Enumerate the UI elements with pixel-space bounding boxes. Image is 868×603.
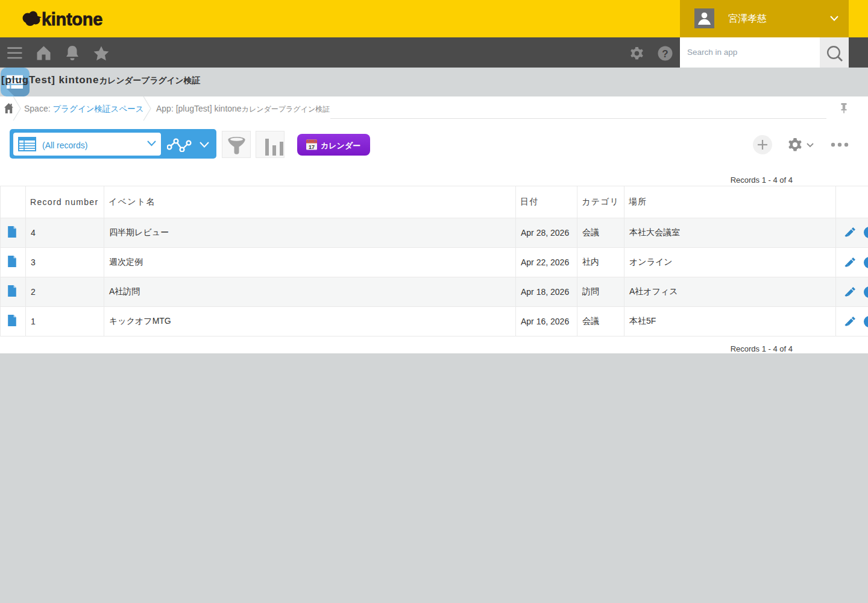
svg-text:17: 17	[309, 144, 315, 150]
svg-text:?: ?	[662, 48, 668, 60]
svg-text:kintone: kintone	[42, 10, 102, 28]
